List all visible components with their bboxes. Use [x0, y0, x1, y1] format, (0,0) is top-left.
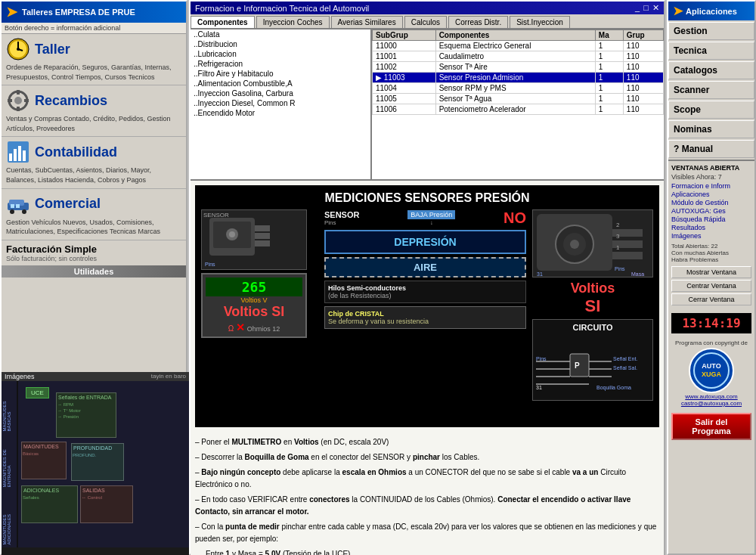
svg-rect-7	[17, 90, 20, 95]
comp-item-lubricacion[interactable]: ..Lubricacion	[191, 49, 370, 59]
ventanas-visible: Visibles Ahora: 7	[671, 173, 751, 181]
btn-nominas[interactable]: Nominas	[668, 120, 754, 138]
tab-sist-inyeccion[interactable]: Sist.Inyeccion	[510, 16, 570, 28]
btn-catalogos[interactable]: Catalogos	[668, 61, 754, 79]
ventana-item-5[interactable]: Resultados	[671, 224, 751, 231]
factura-section: Facturación Simple Sólo facturación; sin…	[2, 240, 186, 265]
comercial-heading: Comercial	[35, 196, 101, 212]
cross-icon: ✕	[236, 321, 245, 333]
svg-rect-9	[8, 99, 12, 102]
svg-point-25	[229, 231, 235, 237]
svg-text:Boquilla Goma: Boquilla Goma	[596, 385, 631, 391]
comp-item-inyeccion-gasolina[interactable]: ..Inyeccion Gasolina, Carbura	[191, 88, 370, 98]
aire-box: AIRE	[324, 257, 526, 278]
contabilidad-text: Cuentas, SubCuentas, Asientos, Diarios, …	[6, 166, 181, 184]
btn-gestion[interactable]: Gestion	[668, 22, 754, 40]
no-label: NO	[503, 209, 526, 227]
maximize-btn[interactable]: □	[643, 3, 649, 12]
label-magnitudes-entrada: MAGNITUDES DE ENTRADA	[2, 431, 16, 487]
website2-link[interactable]: castro@autoxuga.com	[671, 400, 751, 407]
sensor-title: MEDICIONES SENSORES PRESIÓN	[201, 191, 653, 205]
sensor-diagram: MEDICIONES SENSORES PRESIÓN SENSOR	[195, 185, 659, 427]
comercial-text: Gestion Vehículos Nuevos, Usados, Comisi…	[6, 218, 181, 237]
comp-item-alimentacion[interactable]: ..Alimentacion Combustible,A	[191, 79, 370, 88]
svg-rect-14	[18, 146, 21, 161]
circuit-block-2: MAGNITUDES Básicas	[21, 442, 67, 479]
left-subtitle: Botón derecho = información adicional	[2, 23, 186, 34]
btn-manual[interactable]: ? Manual	[668, 140, 754, 158]
taller-icon	[6, 37, 30, 61]
label-magnitudes-adicionales: MAGNITUDES ADICIONALES	[2, 488, 16, 544]
btn-scope[interactable]: Scope	[668, 101, 754, 119]
table-row[interactable]: 11005Sensor Tª Agua1110	[373, 94, 664, 104]
table-row[interactable]: 11001Caudalimetro1110	[373, 51, 664, 62]
tab-correas-distr[interactable]: Correas Distr.	[448, 16, 508, 28]
logo-circle: AUTO XUGA	[689, 348, 734, 393]
middle-window-controls: _ □ ✕	[635, 3, 659, 13]
utilidades-bar[interactable]: Utilidades	[2, 265, 186, 278]
comp-item-distribucion[interactable]: ..Distribucion	[191, 39, 370, 49]
tab-inyeccion-coches[interactable]: Inyeccion Coches	[256, 16, 330, 28]
btn-cerrar-ventana[interactable]: Cerrar Ventana	[671, 293, 751, 305]
btn-scanner[interactable]: Scanner	[668, 81, 754, 99]
contabilidad-heading: Contabilidad	[35, 144, 117, 160]
ohm-label: Ohmios 12	[247, 325, 280, 333]
comercial-icon	[6, 192, 30, 216]
uce-block: UCE	[26, 387, 49, 398]
table-row[interactable]: 11000Esquema Electrico General1110	[373, 41, 664, 51]
circuit-block-3: PROFUNDIDAD PROFUND.	[71, 443, 124, 481]
ventana-item-0[interactable]: Formacion e Inform	[671, 182, 751, 190]
table-row[interactable]: 11006Potenciometro Acelerador1110	[373, 104, 664, 115]
table-row[interactable]: ▶ 11003Sensor Presion Admision1110	[373, 73, 664, 83]
comp-item-inyeccion-diesel[interactable]: ..Inyeccion Diesel, Common R	[191, 98, 370, 108]
multimeter-unit: Voltios V	[206, 296, 302, 304]
table-row[interactable]: 11004Sensor RPM y PMS1110	[373, 83, 664, 94]
tab-calculos[interactable]: Calculos	[404, 16, 447, 28]
hilos-box: Hilos Semi-conductores (de las Resistenc…	[324, 281, 526, 303]
btn-centrar-ventana[interactable]: Centrar Ventana	[671, 280, 751, 292]
chip-box: Chip de CRISTAL Se deforma y varia su re…	[324, 306, 526, 329]
minimize-btn[interactable]: _	[635, 3, 640, 12]
svg-text:Señal Ent.: Señal Ent.	[613, 356, 637, 361]
right-header: ➤ Aplicaciones	[668, 2, 754, 20]
tab-componentes[interactable]: Componentes	[191, 16, 255, 28]
ventana-item-3[interactable]: AUTOXUGA: Ges	[671, 207, 751, 215]
comp-area: ..Culata ..Distribucion ..Lubricacion ..…	[191, 29, 664, 181]
svg-rect-36	[612, 252, 643, 259]
svg-text:1: 1	[616, 244, 620, 251]
right-arrow-icon: ➤	[673, 4, 683, 18]
btn-mostrar-ventana[interactable]: Mostrar Ventana	[671, 266, 751, 278]
salir-button[interactable]: Salir del Programa	[671, 413, 751, 440]
svg-text:31: 31	[536, 385, 542, 390]
svg-text:2: 2	[616, 222, 620, 228]
middle-panel: Formacion e Informacion Tecnica del Auto…	[189, 0, 665, 555]
comp-item-culata[interactable]: ..Culata	[191, 29, 370, 39]
website1-link[interactable]: www.autoxuga.com	[671, 393, 751, 400]
svg-rect-13	[14, 149, 17, 161]
instr-2: – Bajo ningún concepto debe aplicarse la…	[195, 467, 659, 491]
table-row[interactable]: 11002Sensor Tª Aire1110	[373, 62, 664, 73]
svg-rect-28	[255, 240, 270, 246]
ventana-item-6[interactable]: Imágenes	[671, 232, 751, 240]
close-btn[interactable]: ✕	[652, 3, 659, 12]
ventana-item-2[interactable]: Módulo de Gestión	[671, 199, 751, 206]
baja-presion-label: BAJA Presión	[407, 210, 455, 219]
svg-rect-20	[11, 204, 14, 208]
copyright-label: Programa con copyright de	[671, 340, 751, 346]
ventana-item-1[interactable]: Aplicaciones	[671, 191, 751, 198]
ventana-item-4[interactable]: Búsqueda Rápida	[671, 215, 751, 223]
comp-item-filtro[interactable]: ..Filtro Aire y Habitaculo	[191, 69, 370, 79]
instr-5: .....Entre 1 y Masa = 5,0V (Tensión de l…	[195, 548, 659, 555]
btn-tecnica[interactable]: Tecnica	[668, 42, 754, 60]
svg-point-18	[10, 209, 14, 214]
comp-list: ..Culata ..Distribucion ..Lubricacion ..…	[191, 29, 372, 179]
tab-averias-similares[interactable]: Averias Similares	[331, 16, 403, 28]
comp-item-encendido[interactable]: ..Encendido Motor	[191, 108, 370, 118]
left-header: ➤ Talleres EMPRESA DE PRUE	[2, 2, 186, 23]
comp-item-refrigeracion[interactable]: ..Refrigeracion	[191, 59, 370, 69]
sensor-photo: SENSOR Pins	[201, 209, 307, 270]
svg-rect-15	[23, 150, 26, 161]
left-panel: ➤ Talleres EMPRESA DE PRUE Botón derecho…	[0, 0, 187, 555]
voltios-si-label: Voltios SI	[206, 304, 302, 320]
sensor-label-left: SENSOR	[203, 212, 229, 219]
